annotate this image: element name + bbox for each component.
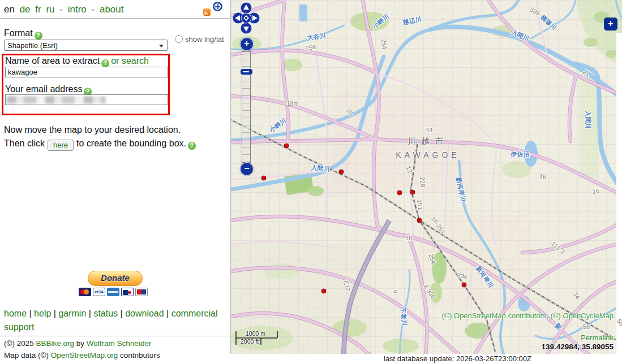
pan-control[interactable] (231, 1, 261, 35)
permalink-link[interactable]: Permalink (581, 333, 614, 342)
intro-link[interactable]: intro (68, 4, 87, 15)
giropay-icon (121, 288, 134, 296)
garmin-link[interactable]: garmin (58, 309, 86, 318)
instruction-line2: Then clickhereto create the bounding box… (4, 138, 198, 151)
layer-switcher-button[interactable]: + (604, 18, 617, 31)
help-icon[interactable]: ? (101, 59, 109, 67)
copyright-line1: (©) 2025 BBBike.org by Wolfram Schneider (4, 339, 151, 348)
lang-link-fr[interactable]: fr (35, 4, 41, 15)
cursor-coordinates: 139.42984, 35.89055 (541, 343, 614, 351)
lang-current: en (4, 4, 15, 15)
osm-link[interactable]: OpenStreetMap.org (51, 351, 118, 359)
map-render (231, 0, 622, 354)
help-icon[interactable]: ? (188, 142, 196, 150)
home-link[interactable]: home (4, 309, 27, 318)
locate-crosshair-icon[interactable] (213, 2, 222, 11)
show-lnglat-label: show lng/lat (185, 35, 224, 44)
copyright-line2: Map data (©) OpenStreetMap.org contribut… (4, 351, 160, 359)
donate-button[interactable]: Donate (88, 271, 143, 286)
separator: - (59, 4, 63, 15)
lang-link-ru[interactable]: ru (46, 4, 54, 15)
email-field[interactable] (5, 94, 168, 105)
help-link[interactable]: help (34, 309, 51, 318)
divider (0, 18, 230, 19)
rss-icon[interactable] (203, 8, 211, 16)
format-selected-value: Shapefile (Esri) (7, 41, 58, 50)
amex-icon (107, 288, 119, 296)
help-icon[interactable]: ? (35, 32, 42, 40)
zoom-slider[interactable] (242, 51, 251, 163)
visa-icon (93, 288, 105, 296)
lang-link-de[interactable]: de (20, 4, 31, 15)
instruction-line1: Now move the map to your desired locatio… (4, 125, 181, 135)
email-redacted-value (7, 96, 106, 103)
sidebar: en de fr ru - intro - about Format? Shap… (0, 0, 230, 364)
format-select[interactable]: Shapefile (Esri) (4, 40, 168, 51)
database-update-status: last database update: 2026-03-26T23:00:0… (384, 354, 531, 363)
language-bar: en de fr ru - intro - about (4, 4, 126, 15)
show-lnglat-radio[interactable] (175, 35, 183, 43)
about-link[interactable]: about (100, 4, 124, 15)
map-viewport[interactable]: 大谷川小畔川越辺川横塚川入間川小畔川入間川入間川伊佐沼新河岸川新河岸川不老川新2… (230, 0, 622, 354)
author-link[interactable]: Wolfram Schneider (87, 339, 152, 348)
here-button[interactable]: here (48, 140, 74, 151)
area-label: Name of area to extract?or search (5, 56, 149, 67)
separator: - (92, 4, 95, 15)
show-lnglat-row: show lng/lat (175, 35, 224, 44)
download-link[interactable]: download (125, 309, 164, 318)
cb-card-icon (135, 288, 148, 296)
status-link[interactable]: status (93, 309, 118, 318)
divider (0, 336, 230, 336)
bbbike-link[interactable]: BBBike.org (36, 339, 75, 348)
highlight-red-box: Name of area to extract?or search kawago… (2, 54, 170, 115)
mastercard-icon (79, 288, 91, 296)
zoom-slider-handle[interactable] (240, 68, 253, 75)
area-input[interactable]: kawagoe (5, 67, 168, 77)
email-label: Your email address? (5, 84, 93, 96)
payment-cards (79, 288, 148, 296)
footer-links: home | help | garmin | status | download… (4, 307, 229, 334)
map-attribution[interactable]: (©) OpenStreetMap contributors, (©) Open… (441, 311, 614, 320)
zoom-in-button[interactable]: + (240, 37, 254, 51)
format-label: Format? (4, 28, 44, 40)
zoom-out-button[interactable]: − (240, 162, 254, 176)
search-link[interactable]: or search (111, 56, 149, 66)
chevron-down-icon (159, 45, 164, 47)
